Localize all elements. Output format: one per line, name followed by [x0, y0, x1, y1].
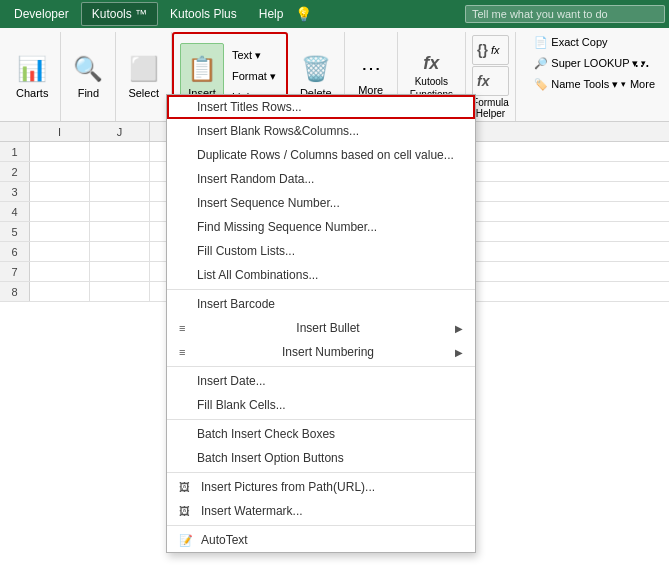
dropdown-item-10[interactable]: ≡Insert Bullet▶ [167, 316, 475, 340]
dropdown-item-label-7: List All Combinations... [197, 268, 318, 282]
cell-J6[interactable] [90, 242, 150, 261]
dropdown-item-20[interactable]: 🖼Insert Watermark... [167, 499, 475, 523]
dropdown-item-label-14: Fill Blank Cells... [197, 398, 286, 412]
dropdown-divider-8 [167, 289, 475, 290]
select-button[interactable]: ⬜ Select [122, 43, 165, 111]
dropdown-item-0[interactable]: Insert Titles Rows... [167, 95, 475, 119]
formula-helper-label: FormulaHelper [472, 97, 509, 119]
cell-I6[interactable] [30, 242, 90, 261]
ribbon-search-input[interactable] [465, 5, 665, 23]
exact-copy-label: Exact Copy [551, 36, 607, 48]
row-num-7: 7 [0, 262, 30, 281]
cell-I2[interactable] [30, 162, 90, 181]
cell-I1[interactable] [30, 142, 90, 161]
dropdown-item-label-16: Batch Insert Check Boxes [197, 427, 335, 441]
dropdown-item-1[interactable]: Insert Blank Rows&Columns... [167, 119, 475, 143]
cell-J7[interactable] [90, 262, 150, 281]
charts-button[interactable]: 📊 Charts [10, 43, 54, 111]
formula-helper-btn1[interactable]: {} fx [472, 35, 509, 65]
cell-J1[interactable] [90, 142, 150, 161]
row-num-3: 3 [0, 182, 30, 201]
find-label: Find [78, 86, 99, 100]
dropdown-item-label-10: Insert Bullet [296, 321, 359, 335]
dropdown-item-arrow-10: ▶ [455, 323, 463, 334]
dropdown-item-4[interactable]: Insert Sequence Number... [167, 191, 475, 215]
dropdown-item-label-17: Batch Insert Option Buttons [197, 451, 344, 465]
dropdown-item-label-0: Insert Titles Rows... [197, 100, 302, 114]
find-icon: 🔍 [73, 53, 103, 84]
cell-J8[interactable] [90, 282, 150, 301]
dropdown-divider-18 [167, 472, 475, 473]
dropdown-item-19[interactable]: 🖼Insert Pictures from Path(URL)... [167, 475, 475, 499]
insert-format-label: Format ▾ [232, 70, 276, 83]
dropdown-item-label-6: Fill Custom Lists... [197, 244, 295, 258]
formula-helper-btn2[interactable]: fx [472, 66, 509, 96]
cell-J5[interactable] [90, 222, 150, 241]
ribbon-search-area [465, 5, 665, 23]
dropdown-divider-15 [167, 419, 475, 420]
cell-J3[interactable] [90, 182, 150, 201]
row-num-2: 2 [0, 162, 30, 181]
dropdown-item-icon-20: 🖼 [179, 505, 197, 517]
dropdown-item-5[interactable]: Find Missing Sequence Number... [167, 215, 475, 239]
more-icon: ⋯ [361, 55, 381, 81]
cell-I3[interactable] [30, 182, 90, 201]
right-more-area: ⋯ More [624, 40, 661, 108]
dropdown-divider-12 [167, 366, 475, 367]
tab-kutools-plus[interactable]: Kutools Plus [160, 3, 247, 25]
right-more-button[interactable]: ⋯ More [624, 40, 661, 108]
kutools-fx-icon: fx [423, 52, 439, 75]
copy-icon: 📄 [534, 36, 548, 49]
dropdown-item-label-20: Insert Watermark... [201, 504, 303, 518]
insert-text-btn[interactable]: Text ▾ [228, 46, 280, 66]
dropdown-item-9[interactable]: Insert Barcode [167, 292, 475, 316]
dropdown-item-17[interactable]: Batch Insert Option Buttons [167, 446, 475, 470]
charts-label: Charts [16, 86, 48, 100]
ribbon-top-bar: Developer Kutools ™ Kutools Plus Help 💡 [0, 0, 669, 28]
tab-developer[interactable]: Developer [4, 3, 79, 25]
dropdown-item-7[interactable]: List All Combinations... [167, 263, 475, 287]
cell-J4[interactable] [90, 202, 150, 221]
insert-format-btn[interactable]: Format ▾ [228, 67, 280, 87]
dropdown-item-16[interactable]: Batch Insert Check Boxes [167, 422, 475, 446]
row-num-6: 6 [0, 242, 30, 261]
cell-I4[interactable] [30, 202, 90, 221]
dropdown-item-11[interactable]: ≡Insert Numbering▶ [167, 340, 475, 364]
dropdown-item-13[interactable]: Insert Date... [167, 369, 475, 393]
dropdown-item-6[interactable]: Fill Custom Lists... [167, 239, 475, 263]
row-num-4: 4 [0, 202, 30, 221]
cell-I5[interactable] [30, 222, 90, 241]
name-tools-icon: 🏷️ [534, 78, 548, 91]
dropdown-divider-21 [167, 525, 475, 526]
dropdown-item-label-11: Insert Numbering [282, 345, 374, 359]
row-num-header [0, 122, 30, 141]
dropdown-item-2[interactable]: Duplicate Rows / Columns based on cell v… [167, 143, 475, 167]
insert-icon: 📋 [187, 53, 217, 84]
cell-I8[interactable] [30, 282, 90, 301]
dropdown-item-22[interactable]: 📝AutoText [167, 528, 475, 552]
dropdown-item-label-2: Duplicate Rows / Columns based on cell v… [197, 148, 454, 162]
col-header-j: J [90, 122, 150, 141]
dropdown-item-arrow-11: ▶ [455, 347, 463, 358]
select-icon: ⬜ [129, 53, 159, 84]
exact-copy-btn[interactable]: 📄 Exact Copy [529, 32, 612, 52]
insert-dropdown-menu: Insert Titles Rows...Insert Blank Rows&C… [166, 94, 476, 553]
dropdown-item-label-19: Insert Pictures from Path(URL)... [201, 480, 375, 494]
lightbulb-icon: 💡 [295, 6, 312, 22]
insert-text-label: Text ▾ [232, 49, 261, 62]
dropdown-item-3[interactable]: Insert Random Data... [167, 167, 475, 191]
cell-J2[interactable] [90, 162, 150, 181]
dropdown-item-14[interactable]: Fill Blank Cells... [167, 393, 475, 417]
row-num-1: 1 [0, 142, 30, 161]
row-num-8: 8 [0, 282, 30, 301]
ribbon-group-right: 📄 Exact Copy 🔎 Super LOOKUP ▾ ▾ 🏷️ Name … [516, 32, 665, 121]
right-more-icon: ⋯ [634, 56, 650, 77]
find-button[interactable]: 🔍 Find [67, 43, 109, 111]
dropdown-item-label-3: Insert Random Data... [197, 172, 314, 186]
dropdown-item-icon-22: 📝 [179, 534, 197, 547]
row-num-5: 5 [0, 222, 30, 241]
name-tools-btn[interactable]: 🏷️ Name Tools ▾ ▾ [529, 74, 631, 94]
tab-help[interactable]: Help [249, 3, 294, 25]
tab-kutools[interactable]: Kutools ™ [81, 2, 158, 26]
cell-I7[interactable] [30, 262, 90, 281]
